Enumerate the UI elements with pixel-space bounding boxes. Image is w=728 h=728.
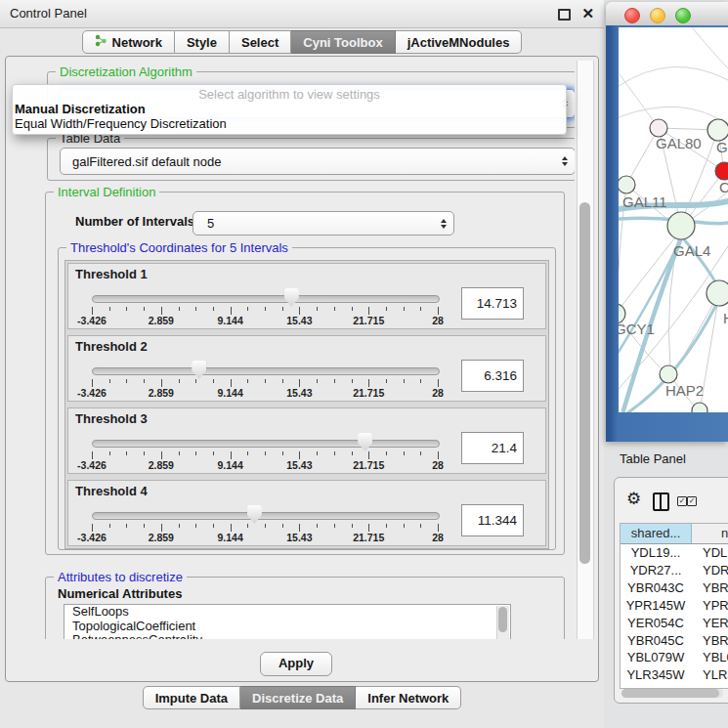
attribute-item-betweennesscentrality[interactable]: BetweennessCentrality [64,633,510,639]
network-edge [692,27,728,68]
numerical-attributes-list[interactable]: SelfLoopsTopologicalCoefficientBetweenne… [64,604,511,639]
zoom-traffic-light[interactable] [675,8,691,23]
cell-shared-name: YBR045C [621,632,691,650]
tick-mark [109,524,110,528]
threshold-value-field[interactable]: 11.344 [461,504,524,536]
network-node-hap2[interactable] [660,365,677,383]
panel-scrollbar-thumb[interactable] [579,202,590,564]
attributes-group: Attributes to discretize Numerical Attri… [45,577,565,639]
threshold-rows: Threshold 1-3.4262.8599.14415.4321.71528… [64,260,549,549]
slider-track[interactable] [92,295,440,303]
list-scrollbar[interactable] [496,606,509,639]
threshold-value-field[interactable]: 14.713 [461,287,524,320]
tick-mark [420,451,421,455]
network-node-gal11[interactable] [619,176,635,193]
popup-item-equal-width-frequency[interactable]: Equal Width/Frequency Discretization [13,116,566,131]
tick-label: 9.144 [208,532,253,543]
network-canvas[interactable]: GAL80GCGAL11GAL4GCY1HHAP2 [619,27,728,412]
table-data-combobox[interactable]: galFiltered.sif default node [60,148,575,175]
popup-item-manual-discretization[interactable]: Manual Discretization [13,102,566,116]
tab-style[interactable]: Style [175,30,230,54]
cell-shared-name: YPR145W [621,597,691,615]
tick-mark [438,451,439,459]
tick-mark [299,307,300,315]
tick-mark [299,451,300,459]
table-row[interactable]: YBL079WYBL0 [621,649,728,666]
panel-scrollbar[interactable] [577,61,594,639]
attributes-group-title: Attributes to discretize [54,570,187,584]
table-row[interactable]: YLR345WYLR3 [621,666,728,684]
table-panel-window: ⚙ ✓ ✓ shared... n YDL19...YDL1YDR27...YD… [614,477,728,704]
table-row[interactable]: YDR27...YDR2 [621,562,728,579]
bottom-tab-discretize-data[interactable]: Discretize Data [240,686,356,709]
tick-mark [317,524,318,528]
cell-name: YDL1 [691,544,728,562]
column-view-icon[interactable] [653,492,669,511]
slider-handle[interactable] [247,505,262,524]
tab-cyni-toolbox[interactable]: Cyni Toolbox [291,30,395,54]
column-header-shared-name[interactable]: shared... [621,524,692,543]
network-node-gal4[interactable] [667,212,695,239]
bottom-tab-infer-network[interactable]: Infer Network [356,686,461,709]
minimize-traffic-light[interactable] [650,8,665,23]
gear-icon[interactable]: ⚙ [626,491,641,507]
threshold-value-field[interactable]: 21.4 [461,432,524,464]
tick-mark [420,379,421,383]
network-node-c[interactable] [715,162,728,180]
close-traffic-light[interactable] [624,8,640,23]
attribute-item-topologicalcoefficient[interactable]: TopologicalCoefficient [64,620,510,634]
list-scrollbar-thumb[interactable] [498,607,507,632]
cell-name: YPR1 [691,597,728,615]
slider-handle[interactable] [192,361,206,379]
tab-jactivemnodules[interactable]: jActiveMNodules [396,30,523,54]
apply-button[interactable]: Apply [260,652,332,676]
tick-mark [420,307,421,311]
table-row[interactable]: YBR043CYBR0 [621,579,728,597]
network-edge [626,128,659,185]
network-node-g[interactable] [707,119,728,141]
checkbox-icon[interactable]: ✓ [677,496,687,506]
algorithm-popup-hint: Select algorithm to view settings [13,87,566,102]
tick-mark [195,307,196,311]
tick-label: -3.426 [69,532,114,543]
tick-mark [179,451,180,455]
bottom-tab-impute-data[interactable]: Impute Data [143,686,240,709]
network-window-titlebar[interactable] [606,2,728,26]
cell-shared-name: YDR27... [621,562,691,579]
tick-label: 28 [415,532,460,543]
network-node-h[interactable] [707,280,728,306]
slider-track[interactable] [92,367,440,375]
table-row[interactable]: YDL19...YDL1 [621,544,728,562]
table-hscrollbar-thumb[interactable] [621,689,719,698]
column-header-name[interactable]: n [692,524,728,543]
float-window-icon[interactable] [558,9,571,21]
checkbox-icon[interactable]: ✓ [687,496,697,506]
tick-mark [144,524,145,528]
slider-handle[interactable] [284,288,299,307]
tab-network[interactable]: Network [82,30,175,54]
slider-handle[interactable] [358,433,372,451]
tab-select[interactable]: Select [230,30,291,54]
thresholds-group: Threshold's Coordinates for 5 Intervals … [58,247,556,550]
close-icon[interactable]: ✕ [581,0,594,26]
network-node[interactable] [692,403,707,412]
attribute-item-selfloops[interactable]: SelfLoops [64,605,510,620]
slider-track[interactable] [92,512,440,520]
slider-track[interactable] [92,440,440,448]
table-row[interactable]: YPR145WYPR1 [621,597,728,615]
tick-mark [386,451,387,455]
table-row[interactable]: YER054CYER0 [621,615,728,632]
table-panel-title: Table Panel [620,450,686,469]
table-row[interactable]: YIL052CYIL0 [621,684,728,688]
tick-mark [317,379,318,383]
bottom-tab-label: Discretize Data [252,688,343,708]
table-hscrollbar[interactable] [621,689,723,698]
tick-label: 15.43 [277,387,321,399]
cell-name: YER0 [691,615,728,632]
number-of-intervals-value: 5 [207,212,214,235]
cell-name: YBL0 [691,649,728,666]
network-icon [95,32,107,53]
table-row[interactable]: YBR045CYBR0 [621,632,728,650]
threshold-value-field[interactable]: 6.316 [461,360,524,392]
number-of-intervals-combobox[interactable]: 5 [193,211,454,236]
